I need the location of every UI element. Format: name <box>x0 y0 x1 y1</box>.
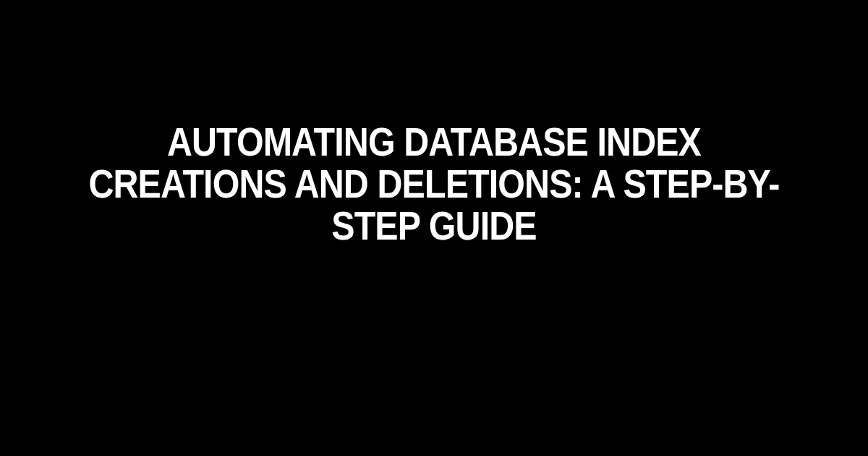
page-title: Automating Database Index Creations and … <box>52 122 816 247</box>
